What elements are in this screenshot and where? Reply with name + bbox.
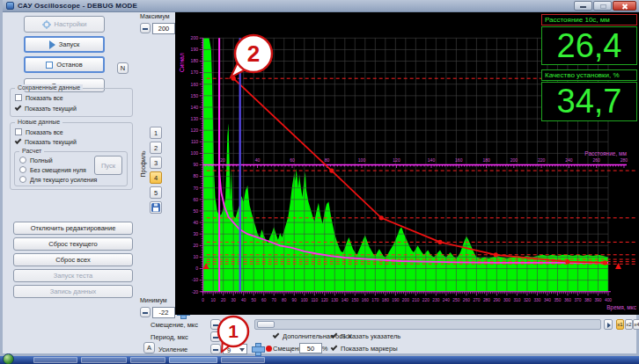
svg-text:80: 80 [193, 173, 198, 178]
saved-data-group-title: Сохраненные данные [15, 84, 83, 91]
start-orb-icon[interactable] [3, 353, 14, 364]
axis-offset-input[interactable] [299, 343, 322, 353]
record-data-button[interactable]: Запись данных [13, 285, 133, 298]
saved-show-all-checkbox[interactable]: Показать все [15, 94, 63, 101]
profile-button-4[interactable]: 4 [150, 171, 162, 184]
close-button[interactable] [613, 1, 636, 11]
svg-text:330: 330 [533, 298, 540, 302]
svg-text:Расстояние, мм: Расстояние, мм [584, 150, 627, 157]
gain-combobox[interactable]: 9 [223, 344, 247, 354]
offset-value-input[interactable] [223, 319, 244, 330]
minimum-value-input[interactable] [152, 307, 175, 318]
profile-label: Профиль [140, 147, 146, 182]
move-cross-icon[interactable] [252, 343, 263, 354]
svg-text:20: 20 [221, 298, 226, 302]
minimum-label: Минимум [140, 297, 167, 303]
svg-text:0: 0 [202, 298, 204, 302]
maximize-button[interactable] [593, 1, 612, 11]
svg-text:110: 110 [311, 298, 318, 302]
svg-text:230: 230 [432, 298, 439, 302]
settings-button[interactable]: Настройки [24, 16, 105, 33]
checkmark-icon [273, 331, 280, 339]
profile-button-5[interactable]: 5 [150, 186, 162, 199]
radio-icon [19, 157, 26, 164]
svg-text:40: 40 [255, 157, 261, 163]
minimum-decrement-button[interactable] [140, 307, 151, 317]
svg-text:260: 260 [463, 298, 470, 302]
scrollbar-thumb[interactable] [257, 321, 275, 328]
svg-text:140: 140 [191, 105, 199, 110]
calc-run-button[interactable]: Пуск [94, 156, 122, 175]
show-markers-checkbox[interactable]: Показать маркеры [331, 345, 398, 353]
svg-text:180: 180 [382, 298, 389, 302]
calc-full-radio[interactable]: Полный [19, 157, 53, 164]
calc-current-gain-radio[interactable]: Для текущего усиления [19, 176, 97, 183]
a-button[interactable]: A [143, 342, 155, 353]
profile-button-2[interactable]: 2 [150, 142, 162, 154]
zoom-x2-button[interactable]: x2 [625, 319, 633, 330]
svg-text:60: 60 [261, 298, 267, 302]
distance-readout-title: Расстояние 10с, мм [541, 14, 637, 25]
taskbar [0, 356, 639, 364]
maximum-value-input[interactable] [152, 23, 175, 34]
taskbar-item-active[interactable] [169, 357, 217, 363]
svg-text:Время, мкс: Время, мкс [606, 304, 637, 311]
save-profile-button[interactable] [150, 201, 162, 214]
run-test-button[interactable]: Запуск теста [13, 269, 133, 282]
zoom-x4-button[interactable]: x4 [633, 319, 639, 330]
gain-decrement-button[interactable] [210, 344, 221, 354]
svg-text:70: 70 [193, 186, 198, 191]
svg-text:320: 320 [524, 298, 531, 302]
svg-text:220: 220 [422, 298, 430, 302]
svg-text:-20: -20 [192, 289, 199, 295]
saved-show-current-checkbox[interactable]: Показать текущий [15, 106, 77, 112]
n-button[interactable]: N [117, 62, 129, 74]
taskbar-item[interactable] [221, 357, 265, 363]
profile-button-3[interactable]: 3 [150, 157, 162, 169]
radio-icon [19, 176, 26, 183]
checkbox-unchecked-icon [15, 128, 22, 135]
period-decrement-button[interactable] [210, 331, 221, 342]
maximize-icon [600, 4, 606, 9]
play-icon [49, 40, 55, 49]
period-value-input[interactable] [223, 331, 244, 342]
calc-no-zero-offset-radio[interactable]: Без смещения нуля [19, 166, 86, 173]
stop-button[interactable]: Останов [24, 56, 105, 73]
disable-editing-button[interactable]: Отключить редактирование [13, 222, 133, 235]
offset-decrement-button[interactable] [210, 319, 221, 330]
window-title: САУ Oscilloscope - DEBUG MODE [18, 2, 137, 10]
svg-text:150: 150 [351, 298, 358, 302]
start-button[interactable]: Запуск [24, 36, 105, 53]
zoom-x1-button[interactable]: x1 [616, 319, 624, 330]
svg-text:140: 140 [428, 157, 436, 163]
reset-all-button[interactable]: Сброс всех [13, 253, 133, 266]
svg-text:Сигнал: Сигнал [179, 53, 185, 72]
svg-text:50: 50 [252, 298, 257, 302]
svg-text:340: 340 [544, 298, 551, 302]
gain-label: Усиление [158, 346, 187, 353]
svg-text:110: 110 [191, 139, 198, 144]
scrollbar-right-arrow[interactable] [604, 319, 613, 330]
taskbar-item[interactable] [33, 357, 77, 363]
svg-text:80: 80 [325, 157, 330, 163]
svg-text:40: 40 [193, 220, 198, 225]
show-pointer-checkbox[interactable]: Показать указатель [331, 332, 400, 340]
gear-icon [42, 20, 51, 29]
distance-readout-value-box: 26,4 [541, 26, 637, 65]
reset-current-button[interactable]: Сброс текущего [13, 237, 133, 251]
quality-readout-value: 34,7 [541, 82, 637, 121]
svg-text:240: 240 [443, 298, 450, 302]
maximum-decrement-button[interactable] [140, 23, 151, 33]
minimize-button[interactable] [574, 1, 592, 11]
new-show-current-checkbox[interactable]: Показать текущий [15, 139, 77, 145]
offset-scrollbar[interactable] [254, 319, 601, 330]
stop-icon [46, 62, 53, 69]
app-icon [6, 2, 14, 10]
quality-readout-value-box: 34,7 [541, 82, 637, 121]
svg-text:80: 80 [282, 298, 287, 302]
new-show-all-checkbox[interactable]: Показать все [15, 128, 63, 135]
taskbar-item[interactable] [81, 357, 127, 363]
profile-button-1[interactable]: 1 [150, 127, 162, 139]
taskbar-item[interactable] [130, 357, 165, 363]
svg-text:290: 290 [493, 298, 500, 302]
